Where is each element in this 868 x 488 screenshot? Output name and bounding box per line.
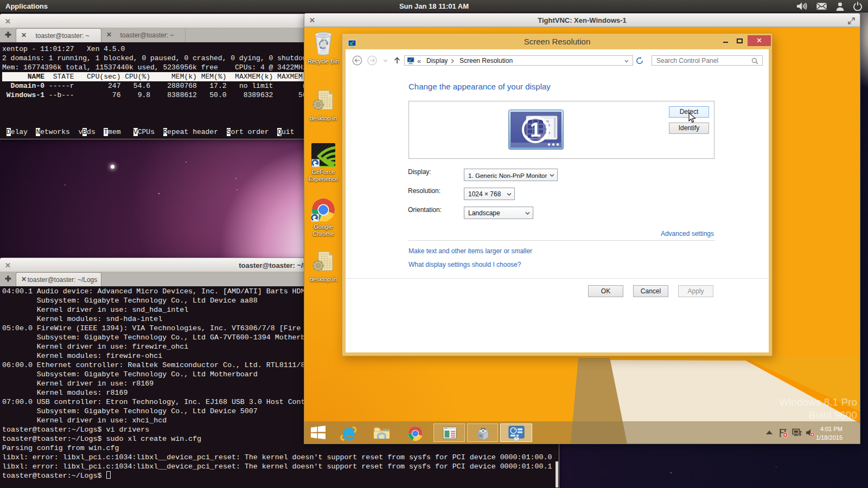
svg-text:1: 1 [530, 119, 541, 141]
